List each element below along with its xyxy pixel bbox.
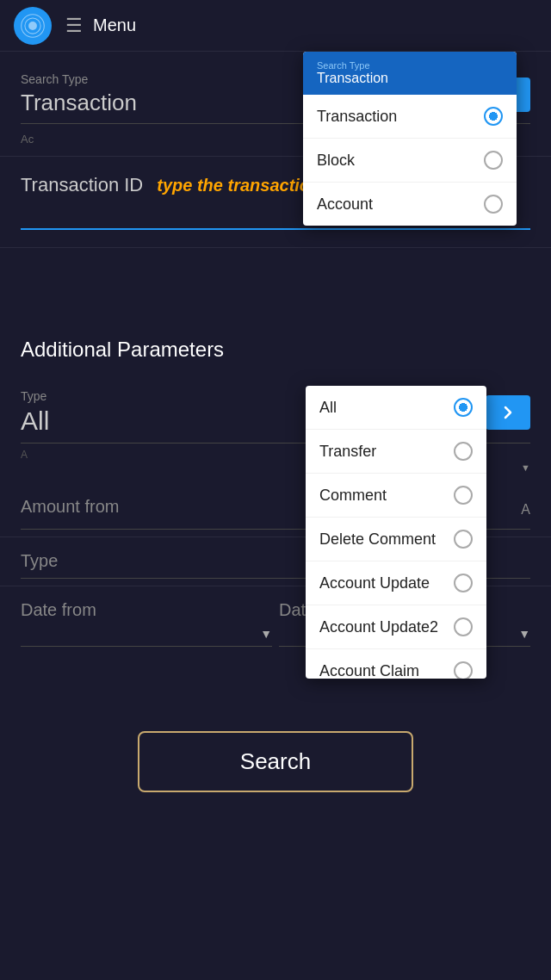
search-type-radio-transaction: [484, 107, 503, 126]
menu-label: Menu: [93, 16, 136, 35]
date-from-field: Date from ▼: [21, 600, 272, 647]
type-label: Type: [21, 389, 49, 403]
svg-point-2: [28, 22, 37, 30]
type-item-comment-label: Comment: [319, 487, 387, 505]
type-radio-comment: [454, 486, 473, 505]
type-item-comment[interactable]: Comment: [306, 474, 486, 518]
app-logo: [14, 7, 52, 45]
main-content: Search Type Transaction Ac Transaction I…: [0, 52, 551, 818]
amount-from-hint: A: [521, 502, 530, 518]
search-type-dropdown-header: Search Type Transaction: [303, 52, 517, 95]
type-radio-transfer: [454, 442, 473, 461]
type-item-all[interactable]: All: [306, 386, 486, 430]
additional-params-section: Additional Parameters: [0, 317, 551, 386]
search-type-value: Transaction: [21, 90, 137, 116]
search-type-dropdown-list: Transaction Block Account: [303, 95, 517, 226]
transaction-id-label: Transaction ID: [21, 174, 143, 196]
type-item-account-update2-label: Account Update2: [319, 618, 438, 636]
type-item-all-label: All: [319, 399, 337, 417]
date-from-label: Date from: [21, 600, 272, 620]
search-type-item-account-label: Account: [317, 195, 373, 214]
type-item-transfer[interactable]: Transfer: [306, 430, 486, 474]
type-value: All: [21, 406, 49, 436]
search-type-item-account[interactable]: Account: [303, 183, 517, 226]
search-type-label: Search Type: [21, 72, 137, 86]
search-type-dropdown-header-label: Search Type: [317, 60, 503, 71]
search-type-radio-block: [484, 151, 503, 170]
search-type-dropdown-header-value: Transaction: [317, 71, 503, 86]
type-item-account-claim[interactable]: Account Claim: [306, 649, 486, 679]
type-item-delete-comment[interactable]: Delete Comment: [306, 518, 486, 561]
search-type-radio-account: [484, 195, 503, 214]
type-radio-all: [454, 398, 473, 417]
type-radio-account-update2: [454, 617, 473, 636]
search-type-item-block[interactable]: Block: [303, 139, 517, 183]
type-radio-delete-comment: [454, 530, 473, 549]
search-type-dropdown[interactable]: Search Type Transaction Transaction Bloc…: [303, 52, 517, 226]
search-type-item-transaction[interactable]: Transaction: [303, 95, 517, 139]
spacer-area: [0, 248, 551, 317]
hamburger-icon[interactable]: ☰: [65, 15, 83, 37]
search-button[interactable]: Search: [138, 731, 413, 792]
date-from-chevron-icon[interactable]: ▼: [260, 627, 272, 641]
search-type-item-transaction-label: Transaction: [317, 108, 397, 126]
amount-from-label: Amount from: [21, 497, 119, 517]
type-dropdown[interactable]: All Transfer Comment Delete Comment Acco…: [306, 386, 486, 679]
type-item-account-update[interactable]: Account Update: [306, 561, 486, 605]
type-item-account-update2[interactable]: Account Update2: [306, 605, 486, 649]
search-type-item-block-label: Block: [317, 152, 355, 170]
type-item-account-update-label: Account Update: [319, 574, 430, 592]
type-item-transfer-label: Transfer: [319, 443, 376, 461]
date-to-chevron-icon[interactable]: ▼: [518, 627, 530, 641]
type-item-account-claim-label: Account Claim: [319, 662, 419, 679]
app-header: ☰ Menu: [0, 0, 551, 52]
additional-params-title: Additional Parameters: [21, 338, 530, 362]
type-arrow-button[interactable]: [486, 395, 530, 430]
type-radio-account-update: [454, 574, 473, 592]
search-button-wrapper: Search: [0, 705, 551, 818]
type-radio-account-claim: [454, 661, 473, 679]
type-dropdown-list: All Transfer Comment Delete Comment Acco…: [306, 386, 486, 679]
type-item-delete-comment-label: Delete Comment: [319, 530, 436, 549]
